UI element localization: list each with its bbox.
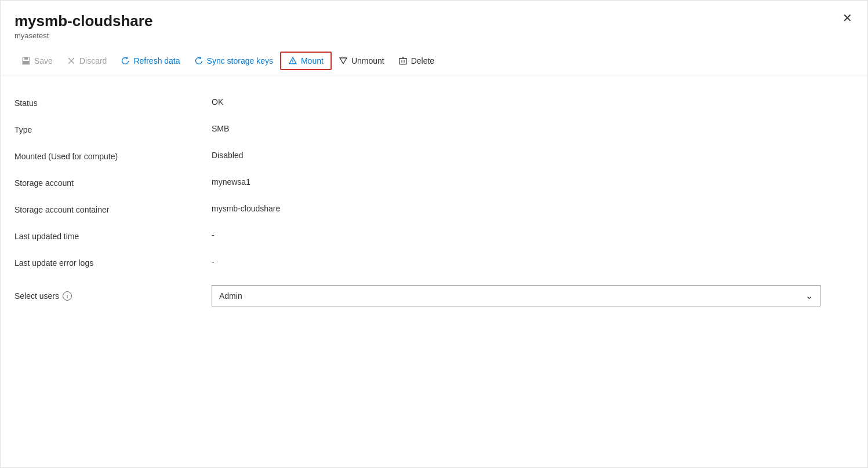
page-title: mysmb-cloudshare xyxy=(14,12,854,30)
mount-label: Mount xyxy=(301,56,324,65)
select-users-value: Admin xyxy=(219,291,805,301)
close-icon: ✕ xyxy=(842,12,852,24)
select-users-label-text: Select users xyxy=(14,291,59,301)
chevron-down-icon: ⌄ xyxy=(805,290,813,301)
field-value-last-updated: - xyxy=(212,231,854,240)
select-users-label-container: Select users i xyxy=(14,291,212,301)
svg-rect-9 xyxy=(400,58,406,64)
field-label-mounted: Mounted (Used for compute) xyxy=(14,151,212,161)
mount-icon xyxy=(288,56,297,65)
field-value-storage-container: mysmb-cloudshare xyxy=(212,204,854,213)
field-value-type: SMB xyxy=(212,124,854,133)
delete-button[interactable]: Delete xyxy=(391,52,441,70)
discard-label: Discard xyxy=(79,56,107,65)
toolbar: Save Discard Refresh data xyxy=(1,47,867,75)
field-row-storage-account: Storage account mynewsa1 xyxy=(14,169,854,196)
field-row-mounted: Mounted (Used for compute) Disabled xyxy=(14,142,854,169)
save-label: Save xyxy=(34,56,53,65)
unmount-button[interactable]: Unmount xyxy=(332,52,391,70)
mount-button[interactable]: Mount xyxy=(280,52,332,70)
field-value-mounted: Disabled xyxy=(212,151,854,160)
refresh-label: Refresh data xyxy=(133,56,180,65)
refresh-icon xyxy=(121,56,130,65)
field-label-storage-container: Storage account container xyxy=(14,204,212,214)
field-label-status: Status xyxy=(14,97,212,108)
select-users-dropdown[interactable]: Admin ⌄ xyxy=(212,285,820,306)
content-area: Status OK Type SMB Mounted (Used for com… xyxy=(1,75,867,330)
svg-marker-8 xyxy=(340,58,347,64)
sync-icon xyxy=(194,56,204,65)
field-label-type: Type xyxy=(14,124,212,134)
field-value-error-logs: - xyxy=(212,257,854,266)
field-row-last-updated: Last updated time - xyxy=(14,222,854,249)
svg-point-7 xyxy=(292,63,293,63)
close-button[interactable]: ✕ xyxy=(839,10,856,26)
unmount-label: Unmount xyxy=(351,56,384,65)
discard-icon xyxy=(67,56,76,65)
unmount-icon xyxy=(339,56,348,65)
svg-rect-2 xyxy=(23,61,29,64)
save-button[interactable]: Save xyxy=(14,52,60,70)
delete-icon xyxy=(398,56,408,65)
field-value-storage-account: mynewsa1 xyxy=(212,177,854,187)
field-label-last-updated: Last updated time xyxy=(14,231,212,241)
sync-button[interactable]: Sync storage keys xyxy=(187,52,280,70)
select-users-row: Select users i Admin ⌄ xyxy=(14,276,854,316)
field-row-storage-container: Storage account container mysmb-cloudsha… xyxy=(14,196,854,222)
refresh-button[interactable]: Refresh data xyxy=(114,52,187,70)
delete-label: Delete xyxy=(411,56,434,65)
info-icon[interactable]: i xyxy=(63,291,72,301)
page-subtitle: myasetest xyxy=(14,31,854,40)
sync-label: Sync storage keys xyxy=(207,56,273,65)
svg-rect-1 xyxy=(24,57,28,60)
panel: mysmb-cloudshare myasetest ✕ Save xyxy=(0,0,868,468)
field-row-type: Type SMB xyxy=(14,116,854,142)
save-icon xyxy=(21,56,31,65)
field-value-status: OK xyxy=(212,97,854,107)
field-row-error-logs: Last update error logs - xyxy=(14,249,854,276)
field-label-storage-account: Storage account xyxy=(14,177,212,188)
field-label-error-logs: Last update error logs xyxy=(14,257,212,268)
discard-button[interactable]: Discard xyxy=(60,52,114,70)
panel-header: mysmb-cloudshare myasetest xyxy=(1,1,867,40)
field-row-status: Status OK xyxy=(14,89,854,116)
